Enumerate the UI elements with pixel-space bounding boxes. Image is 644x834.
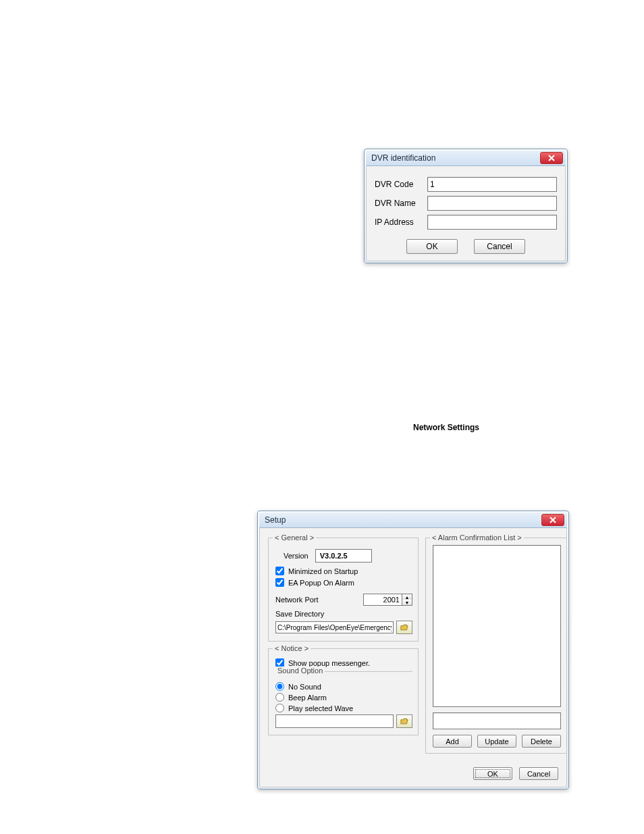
ok-button[interactable]: OK [473,767,512,780]
no-sound-input[interactable] [275,682,284,691]
ea-popup-label: EA Popup On Alarm [288,579,354,587]
save-directory-label: Save Directory [275,610,412,618]
sound-option-group: Sound Option No Sound Beep Alarm Play se… [275,671,412,728]
window-title: Setup [265,515,286,525]
close-icon [549,517,556,523]
no-sound-radio[interactable]: No Sound [275,682,412,691]
ea-popup-checkbox[interactable]: EA Popup On Alarm [275,578,412,587]
dvr-code-input[interactable] [427,177,557,192]
minimized-startup-input[interactable] [275,567,284,575]
general-legend: < General > [273,533,316,542]
notice-legend: < Notice > [273,644,311,652]
ok-button[interactable]: OK [406,239,458,254]
play-wave-radio[interactable]: Play selected Wave [275,704,412,712]
add-button[interactable]: Add [433,735,472,748]
ip-address-label: IP Address [375,217,427,227]
beep-label: Beep Alarm [288,694,327,702]
network-port-spinner[interactable]: ▲ ▼ [363,594,412,606]
delete-button[interactable]: Delete [522,735,561,748]
browse-button[interactable] [396,621,412,634]
dvr-code-label: DVR Code [375,180,427,189]
version-value: V3.0.2.5 [315,549,372,563]
wave-browse-button[interactable] [396,714,412,728]
general-group: < General > Version V3.0.2.5 Minimized o… [268,538,419,642]
dvr-identification-dialog: DVR identification DVR Code DVR Name IP … [364,149,568,263]
wave-path-input[interactable] [275,714,394,728]
spin-up-icon[interactable]: ▲ [402,594,412,600]
alarm-name-input[interactable] [433,712,561,729]
minimized-startup-label: Minimized on Startup [288,567,358,575]
minimized-startup-checkbox[interactable]: Minimized on Startup [275,567,412,575]
alarm-confirmation-group: < Alarm Confirmation List > Add Update D… [425,538,567,754]
network-port-input[interactable] [363,594,402,606]
play-wave-input[interactable] [275,704,284,712]
dvr-name-input[interactable] [427,196,557,211]
cancel-button[interactable]: Cancel [519,767,558,780]
ip-address-input[interactable] [427,215,557,230]
alarm-listbox[interactable] [433,545,561,707]
play-wave-label: Play selected Wave [288,704,353,712]
notice-group: < Notice > Show popup messenger. Sound O… [268,648,419,735]
spin-down-icon[interactable]: ▼ [402,600,412,605]
alarm-legend: < Alarm Confirmation List > [430,533,524,542]
setup-dialog: Setup < General > Version V3.0.2.5 Minim… [257,511,569,789]
close-button[interactable] [540,152,563,164]
dialog-body: DVR Code DVR Name IP Address OK Cancel [366,166,566,261]
section-heading: Network Settings [413,423,479,432]
version-label: Version [284,552,308,560]
save-directory-input[interactable] [275,621,394,633]
cancel-button[interactable]: Cancel [474,239,525,254]
window-title: DVR identification [371,153,435,163]
beep-input[interactable] [275,693,284,702]
no-sound-label: No Sound [288,683,321,691]
beep-radio[interactable]: Beep Alarm [275,693,412,702]
close-button[interactable] [541,514,564,526]
titlebar[interactable]: DVR identification [366,151,566,166]
show-popup-label: Show popup messenger. [288,659,370,667]
network-port-label: Network Port [275,596,319,604]
sound-option-legend: Sound Option [275,667,325,675]
ea-popup-input[interactable] [275,578,284,587]
close-icon [548,155,555,161]
folder-open-icon [400,624,408,631]
dialog-body: < General > Version V3.0.2.5 Minimized o… [259,528,567,787]
dvr-name-label: DVR Name [375,199,427,208]
titlebar[interactable]: Setup [259,513,567,528]
folder-open-icon [400,718,408,725]
update-button[interactable]: Update [477,735,516,748]
